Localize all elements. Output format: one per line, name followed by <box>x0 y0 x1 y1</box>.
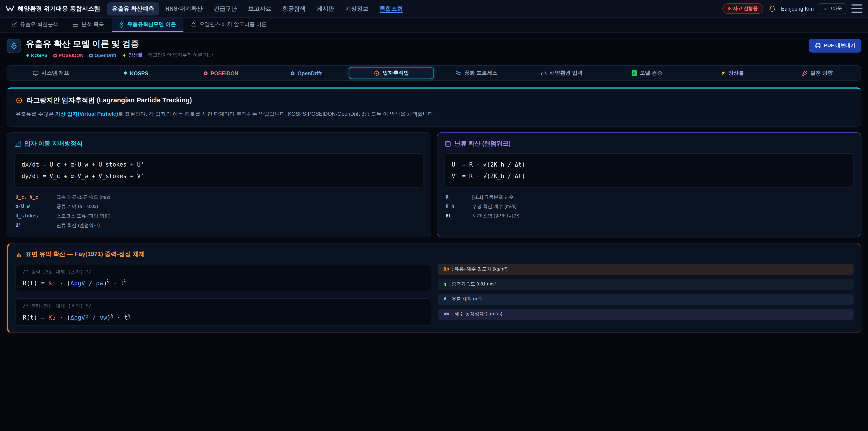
fay-gravity-viscous-formula: R(t) = K₂ · (ΔρgV² / νw)⅙ · t¼ <box>23 313 424 321</box>
nav-item-spill-prediction[interactable]: 유출유 확산예측 <box>107 2 159 16</box>
legend-row: U_c, V_c표층 해류·조류 속도 (m/s) <box>14 192 424 202</box>
pen-nib-icon <box>119 21 125 27</box>
droplet-icon <box>190 21 196 27</box>
fay-gravity-viscous-block: /* 중력-점성 체제 (후기) */ R(t) = K₂ · (ΔρgV² /… <box>16 298 431 326</box>
section-tab-opendrift[interactable]: OpenDrift <box>264 67 349 79</box>
notification-bell-icon[interactable] <box>768 5 776 12</box>
fay-card-title-row: 표면 유막 확산 — Fay(1971) 중력-점성 체제 <box>16 250 854 258</box>
chart-line-icon <box>11 21 17 27</box>
top-nav: 해양환경 위기대응 통합시스템 유출유 확산예측 HNS·대기확산 긴급구난 보… <box>0 0 868 18</box>
legend-row: U_stokes스토크스 표류 (파랑 영향) <box>14 211 424 221</box>
page-title: 유출유 확산 모델 이론 및 검증 <box>26 39 213 49</box>
incident-dot-icon <box>728 7 731 10</box>
page-subtitle: 라그랑지안 입자추적 이론 기반 <box>148 52 213 59</box>
turbulence-card-title: 난류 확산 (랜덤워크) <box>455 140 510 148</box>
list-icon <box>72 21 79 27</box>
turbulence-card-title-row: 난류 확산 (랜덤워크) <box>445 140 854 148</box>
section-tab-system-overview[interactable]: 시스템 개요 <box>8 67 94 79</box>
logout-button[interactable]: 로그아웃 <box>819 3 846 14</box>
governing-card-title: 입자 이동 지배방정식 <box>24 140 83 148</box>
fay-gravity-inertial-block: /* 중력-관성 체제 (초기) */ R(t) = K₁ · (ΔρgV / … <box>16 264 431 292</box>
section-tab-future-direction[interactable]: 발전 방향 <box>775 67 860 79</box>
turbulence-code-block: U' = R · √(2K_h / Δt) V' = R · √(2K_h / … <box>445 153 854 188</box>
lightning-icon <box>720 70 725 76</box>
page-header: 유출유 확산 모델 이론 및 검증 ◆KOSPS POSEIDON OpenDr… <box>6 39 861 59</box>
equation-cards-row: 입자 이동 지배방정식 dx/dt = U_c + α·U_w + U_stok… <box>6 132 861 237</box>
fay-gravity-inertial-formula: R(t) = K₁ · (ΔρgV / ρw)¼ · t½ <box>23 279 424 287</box>
nav-item-weather-info[interactable]: 기상정보 <box>340 2 373 16</box>
check-square-icon: ✓ <box>631 70 637 76</box>
nav-item-aerial-search[interactable]: 항공탐색 <box>277 2 311 16</box>
main-menu: 유출유 확산예측 HNS·대기확산 긴급구난 보고자료 항공탐색 게시판 기상정… <box>107 2 716 16</box>
section-tab-particle-tracking[interactable]: 입자추적법 <box>349 67 434 79</box>
subtab-oil-fence-theory[interactable]: 오일펜스 배치 알고리즘 이론 <box>184 18 274 32</box>
intro-highlight: 가상 입자(Virtual Particle) <box>55 111 118 117</box>
turbulence-legend: R[-1,1] 균등분포 난수 K_h수평 확산 계수 (m²/s) Δt시간 … <box>445 192 854 221</box>
pdf-export-button[interactable]: PDF 내보내기 <box>809 39 861 53</box>
target-icon <box>16 97 23 104</box>
target-icon <box>374 70 380 76</box>
fay-body: /* 중력-관성 체제 (초기) */ R(t) = K₁ · (ΔρgV / … <box>16 264 854 326</box>
intro-title-row: 라그랑지안 입자추적법 (Lagrangian Particle Trackin… <box>16 96 852 105</box>
nav-item-board[interactable]: 게시판 <box>312 2 339 16</box>
legend-row: V: 유출 체적 (m³) <box>438 294 854 305</box>
diamond-icon: ◆ <box>26 53 29 58</box>
legend-row: K_h수평 확산 계수 (m²/s) <box>445 202 854 212</box>
section-tab-poseidon[interactable]: POSEIDON <box>179 67 264 79</box>
nav-item-reports[interactable]: 보고자료 <box>243 2 276 16</box>
subtab-analysis-list[interactable]: 분석 목록 <box>66 18 111 32</box>
printer-icon <box>815 42 821 49</box>
section-tab-bar: 시스템 개요 ◆ KOSPS POSEIDON OpenDrift 입자추적법 … <box>6 65 861 81</box>
lightning-icon <box>122 53 127 58</box>
fay-spreading-card: 표면 유막 확산 — Fay(1971) 중력-점성 체제 /* 중력-관성 체… <box>6 243 861 333</box>
cloud-icon <box>541 70 547 76</box>
nav-item-integrated-search[interactable]: 통합조회 <box>375 2 408 16</box>
ring-icon <box>291 71 295 75</box>
legend-row: g: 중력가속도 9.81 m/s² <box>438 279 854 290</box>
top-nav-right: 사고 진행중 Eunjeong Kim 로그아웃 <box>722 3 863 14</box>
page-header-left: 유출유 확산 모델 이론 및 검증 ◆KOSPS POSEIDON OpenDr… <box>6 39 213 59</box>
app-root: 해양환경 위기대응 통합시스템 유출유 확산예측 HNS·대기확산 긴급구난 보… <box>0 0 868 431</box>
section-tab-weathering[interactable]: 풍화 프로세스 <box>434 67 519 79</box>
nav-item-emergency-rescue[interactable]: 긴급구난 <box>209 2 242 16</box>
legend-row: Δt시간 스텝 (일반 1시간) <box>445 211 854 221</box>
incident-status-label: 사고 진행중 <box>733 5 758 12</box>
turbulence-diffusion-card: 난류 확산 (랜덤워크) U' = R · √(2K_h / Δt) V' = … <box>437 132 861 237</box>
nav-item-hns-diffusion[interactable]: HNS·대기확산 <box>160 2 208 16</box>
legend-row: Δρ: 유류–해수 밀도차 (kg/m³) <box>438 264 854 275</box>
subtab-spill-analysis[interactable]: 유출유 확산분석 <box>4 18 65 32</box>
legend-row: R[-1,1] 균등분포 난수 <box>445 192 854 202</box>
badge-poseidon: POSEIDON <box>53 53 84 58</box>
dice-icon <box>445 140 451 147</box>
monitor-icon <box>33 70 39 76</box>
section-tab-model-validation[interactable]: ✓ 모델 검증 <box>604 67 689 79</box>
subtab-model-theory[interactable]: 유출유확산모델 이론 <box>112 18 183 32</box>
ring-icon <box>53 53 57 57</box>
badge-ensemble: 앙상블 <box>122 52 143 59</box>
fay-legend-column: Δρ: 유류–해수 밀도차 (kg/m³) g: 중력가속도 9.81 m/s²… <box>438 264 854 326</box>
intro-title: 라그랑지안 입자추적법 (Lagrangian Particle Trackin… <box>27 96 192 105</box>
bar-chart-icon <box>16 251 22 257</box>
governing-card-title-row: 입자 이동 지배방정식 <box>14 140 424 148</box>
triangle-ruler-icon <box>14 140 21 147</box>
intro-description: 유출유를 수많은 가상 입자(Virtual Particle)로 표현하며, … <box>16 111 852 118</box>
page-icon-tile <box>6 39 21 53</box>
user-name: Eunjeong Kim <box>781 5 814 11</box>
incident-status-badge: 사고 진행중 <box>722 3 763 14</box>
wave-icon <box>456 70 462 76</box>
legend-row: α·U_w풍류 기여 (α ≈ 0.03) <box>14 202 424 212</box>
badge-opendrift: OpenDrift <box>89 53 116 58</box>
governing-code-block: dx/dt = U_c + α·U_w + U_stokes + U' dy/d… <box>14 153 424 188</box>
app-logo: 해양환경 위기대응 통합시스템 <box>5 4 100 13</box>
governing-equation-card: 입자 이동 지배방정식 dx/dt = U_c + α·U_w + U_stok… <box>6 132 431 237</box>
section-tab-ensemble[interactable]: 앙상블 <box>689 67 775 79</box>
main-content: 유출유 확산 모델 이론 및 검증 ◆KOSPS POSEIDON OpenDr… <box>0 39 868 333</box>
sub-tab-bar: 유출유 확산분석 분석 목록 유출유확산모델 이론 오일펜스 배치 알고리즘 이… <box>0 18 868 33</box>
fay-formula-column: /* 중력-관성 체제 (초기) */ R(t) = K₁ · (ΔρgV / … <box>16 264 431 326</box>
ring-icon <box>89 53 93 57</box>
governing-legend: U_c, V_c표층 해류·조류 속도 (m/s) α·U_w풍류 기여 (α … <box>14 192 424 230</box>
section-tab-ocean-input[interactable]: 해양환경 입력 <box>519 67 604 79</box>
legend-row: U'난류 확산 (랜덤워크) <box>14 221 424 230</box>
section-tab-kosps[interactable]: ◆ KOSPS <box>93 67 179 79</box>
hamburger-menu-icon[interactable] <box>851 4 863 13</box>
